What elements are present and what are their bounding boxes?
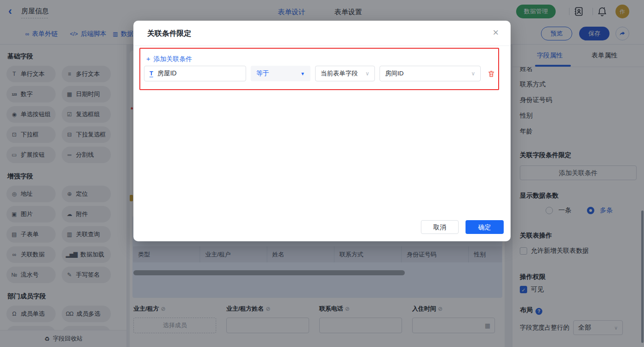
trash-icon	[487, 69, 495, 78]
dialog-title: 关联条件限定	[147, 29, 191, 39]
condition-row: T 房屋ID 等于 ▼ 当前表单字段 ∨ 房间ID ∨	[144, 66, 495, 81]
delete-condition-button[interactable]	[487, 69, 495, 78]
target-field-select[interactable]: 房间ID ∨	[380, 66, 481, 81]
chevron-down-icon: ∨	[365, 70, 369, 77]
app-window: ‹ 房屋信息 表单设计 表单设置 数据管理 作 ∞表单外链	[0, 0, 644, 347]
add-condition-link[interactable]: +添加关联条件	[146, 55, 192, 63]
cancel-button[interactable]: 取消	[421, 220, 459, 234]
condition-field-input[interactable]: T 房屋ID	[144, 66, 246, 81]
operator-select[interactable]: 等于 ▼	[251, 66, 310, 81]
text-field-icon: T	[150, 70, 153, 77]
chevron-down-icon: ∨	[471, 70, 475, 77]
condition-limit-dialog: 关联条件限定 × +添加关联条件 T 房屋ID 等于 ▼ 当前表单字段 ∨ 房间…	[133, 21, 511, 241]
close-icon[interactable]: ×	[493, 27, 499, 39]
caret-down-icon: ▼	[300, 71, 305, 76]
dialog-header: 关联条件限定 ×	[133, 21, 511, 46]
confirm-button[interactable]: 确定	[466, 220, 504, 234]
plus-icon: +	[146, 55, 150, 63]
source-type-select[interactable]: 当前表单字段 ∨	[315, 66, 375, 81]
